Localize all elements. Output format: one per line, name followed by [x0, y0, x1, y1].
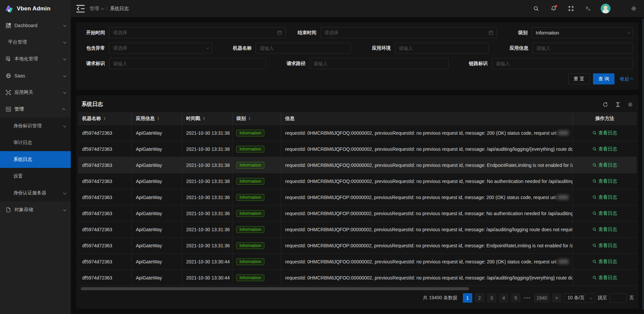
search-button[interactable]: 查 询	[593, 73, 614, 84]
avatar[interactable]	[601, 4, 610, 13]
column-header[interactable]: 应用信息▲▼	[132, 112, 182, 125]
filter-text-input[interactable]	[109, 58, 266, 69]
column-header-label: 机器名称	[82, 116, 101, 122]
view-log-link[interactable]: 查看日志	[592, 178, 617, 184]
filter-text-input[interactable]	[256, 43, 351, 54]
fullscreen-icon[interactable]	[566, 4, 576, 14]
cell-message: requestId: 0HMCRBM8JQFOP:00000002, previ…	[281, 189, 573, 205]
cell-app-info: ApiGateWay	[132, 205, 182, 221]
page-button[interactable]: 1940	[534, 293, 549, 303]
sidebar-item[interactable]: 应用网关	[0, 84, 71, 101]
page-button[interactable]: 4	[499, 293, 508, 303]
row-height-icon[interactable]	[615, 102, 621, 108]
cell-machine-name: df5974d72363	[78, 254, 132, 269]
column-header[interactable]: 操作方法	[573, 112, 637, 125]
table-row[interactable]: df5974d72363ApiGateWay2021-10-30 13:31:3…	[78, 189, 637, 205]
table-row[interactable]: df5974d72363ApiGateWay2021-10-30 13:31:3…	[78, 238, 637, 254]
view-log-link[interactable]: 查看日志	[592, 130, 617, 136]
table-row[interactable]: df5974d72363ApiGateWay2021-10-30 13:31:3…	[78, 222, 637, 238]
table-row[interactable]: df5974d72363ApiGateWay2021-10-30 13:31:3…	[78, 205, 637, 222]
view-log-link[interactable]: 查看日志	[592, 227, 617, 233]
next-page-button[interactable]: >	[552, 293, 561, 303]
filter-text-input[interactable]	[395, 43, 489, 54]
search-icon[interactable]	[531, 4, 541, 14]
horizontal-scrollbar[interactable]	[79, 287, 636, 291]
cell-message: requestId: 0HMCRBM8JQFOP:00000002, previ…	[281, 238, 573, 253]
horizontal-scrollbar-thumb[interactable]	[81, 287, 469, 290]
reset-button[interactable]: 重 置	[568, 73, 590, 84]
refresh-icon[interactable]	[602, 102, 608, 108]
column-header[interactable]: 时间戳▲▼	[182, 112, 232, 125]
column-header-label: 时间戳	[186, 116, 200, 122]
table-row[interactable]: df5974d72363ApiGateWay2021-10-30 13:31:3…	[78, 173, 637, 189]
sidebar-item[interactable]: 对象存储	[0, 201, 71, 218]
column-header[interactable]: 信息	[281, 112, 573, 125]
sidebar-item[interactable]: 管理	[0, 101, 71, 118]
view-log-link[interactable]: 查看日志	[592, 194, 617, 200]
filter-text-input[interactable]	[532, 43, 633, 54]
date-picker[interactable]: 请选择	[320, 27, 497, 38]
notification-bell-icon[interactable]	[548, 4, 558, 14]
sidebar-item[interactable]: Saas	[0, 67, 71, 84]
view-log-link[interactable]: 查看日志	[592, 259, 617, 265]
page-button[interactable]: 5	[511, 293, 521, 303]
sidebar-subitem[interactable]: 审计日志	[0, 134, 71, 151]
menu-fold-icon[interactable]	[75, 4, 86, 14]
calendar-icon	[488, 30, 493, 35]
page-button[interactable]: 1	[463, 293, 472, 303]
translate-icon[interactable]: 文 A	[583, 4, 593, 14]
cell-action: 查看日志	[573, 189, 637, 205]
column-header[interactable]: 级别▲▼	[232, 112, 281, 125]
view-log-link[interactable]: 查看日志	[592, 146, 617, 152]
view-log-link[interactable]: 查看日志	[592, 162, 617, 168]
sort-icon[interactable]: ▲▼	[203, 117, 205, 121]
sidebar-item[interactable]: Dashboard	[0, 17, 71, 34]
breadcrumb-section-label: 管理	[90, 6, 99, 12]
page-button[interactable]: 2	[475, 293, 484, 303]
view-log-label: 查看日志	[598, 162, 617, 168]
cell-timestamp: 2021-10-30 13:31:36	[182, 222, 232, 237]
pagination-ellipsis[interactable]: •••	[523, 295, 532, 301]
page-size-value: 10 条/页	[568, 295, 585, 301]
sidebar-item[interactable]: 本地化管理	[0, 51, 71, 67]
sort-icon[interactable]: ▲▼	[103, 117, 106, 121]
sidebar-subitem[interactable]: 系统日志	[0, 151, 71, 168]
column-header[interactable]: 机器名称▲▼	[78, 112, 132, 125]
sort-icon[interactable]: ▲▼	[248, 117, 251, 121]
sidebar-item[interactable]: 平台管理	[0, 34, 71, 51]
select-box[interactable]: Information	[532, 27, 633, 38]
breadcrumb-section[interactable]: 管理	[90, 6, 103, 12]
sidebar-item-label: 本地化管理	[14, 56, 63, 62]
chevron-down-icon	[627, 32, 630, 34]
chevron-down-icon	[63, 57, 66, 60]
settings-gear-icon[interactable]	[629, 4, 639, 14]
date-picker[interactable]: 请选择	[109, 27, 286, 38]
table-row[interactable]: df5974d72363ApiGateWay2021-10-30 13:31:3…	[78, 125, 637, 141]
vertical-scrollbar-thumb[interactable]	[642, 18, 644, 310]
sidebar-subitem[interactable]: 设置	[0, 168, 71, 185]
collapse-link[interactable]: 收起	[620, 76, 633, 82]
level-badge: Information	[236, 162, 264, 169]
view-log-link[interactable]: 查看日志	[592, 275, 617, 281]
table-row[interactable]: df5974d72363ApiGateWay2021-10-30 13:30:4…	[78, 254, 637, 270]
sort-icon[interactable]: ▲▼	[157, 117, 160, 121]
filter-text-input[interactable]	[310, 58, 448, 69]
pagination: 共 19400 条数据 12345•••1940 > 10 条/页 跳至 页	[78, 291, 637, 304]
jump-page-input[interactable]	[610, 293, 627, 303]
view-log-link[interactable]: 查看日志	[592, 210, 617, 216]
magnifier-icon	[592, 259, 597, 264]
sidebar-subitem[interactable]: 身份认证服务器	[0, 185, 71, 201]
table-row[interactable]: df5974d72363ApiGateWay2021-10-30 13:31:3…	[78, 157, 637, 173]
page-size-select[interactable]: 10 条/页	[564, 293, 595, 303]
logo[interactable]: Vben Admin	[0, 0, 71, 17]
page-button[interactable]: 3	[487, 293, 496, 303]
sidebar: Vben Admin Dashboard平台管理本地化管理Saas应用网关管理身…	[0, 0, 71, 314]
sidebar-subitem[interactable]: 身份标识管理	[0, 118, 71, 134]
column-settings-gear-icon[interactable]	[627, 102, 633, 108]
view-log-link[interactable]: 查看日志	[592, 243, 617, 249]
table-row[interactable]: df5974d72363ApiGateWay2021-10-30 13:31:3…	[78, 141, 637, 157]
filter-text-input[interactable]	[492, 58, 633, 69]
table-row[interactable]: df5974d72363ApiGateWay2021-10-30 13:30:4…	[78, 270, 637, 286]
breadcrumb: 管理 / 系统日志	[90, 6, 129, 12]
select-box[interactable]: 请选择	[109, 43, 212, 54]
